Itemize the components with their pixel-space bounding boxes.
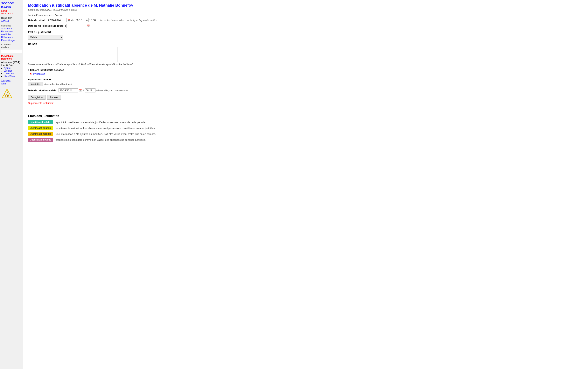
sidebar-aide-link[interactable]: Aide — [1, 82, 22, 85]
date-fin-row: Date de fin (si plusieurs jours) : 📅 — [28, 24, 583, 28]
sidebar-menu-calendrier[interactable]: Calendrier — [4, 72, 22, 75]
page-subtitle: Saisie par Boulard M. le 22/04/2024 à 08… — [28, 8, 583, 11]
sidebar-menu-justifier[interactable]: Justifier — [4, 70, 22, 72]
etat-badge-2: Justificatif modifié — [28, 132, 53, 136]
etats-section: États des justificatifs Justificatif val… — [28, 112, 583, 142]
etat-badge-1: Justificatif soumis — [28, 126, 53, 130]
sidebar-menu-listebilan[interactable]: Liste/Bilan — [4, 75, 22, 78]
sidebar-student-menu: Ajouter Justifier Calendrier Liste/Bilan — [4, 67, 22, 78]
etat-badge-0: Justificatif valide — [28, 120, 53, 124]
etat-desc-0: ayant été considéré comme valide, justif… — [56, 121, 146, 124]
form-buttons: Enregistrer Annuler — [28, 95, 583, 100]
etat-desc-1: en attente de validation. Les absences n… — [56, 127, 156, 130]
page-title: Modification justificatif absence de M. … — [28, 3, 583, 8]
raison-section-title: Raison — [28, 42, 583, 46]
ajouter-title: Ajouter des fichiers — [28, 78, 583, 81]
etat-select[interactable]: Valide Soumis Modifié Invalide — [28, 35, 63, 40]
a-label1: à — [86, 19, 88, 22]
assiduites-row: Assiduités concernées: Aucune — [28, 14, 583, 17]
date-fin-label: Date de fin (si plusieurs jours) : — [28, 24, 66, 27]
etat-desc-3: proposé mais considéré comme non valide.… — [56, 138, 146, 141]
file-upload-row: Parcourir... Aucun fichier sélectionné. — [28, 82, 583, 86]
no-file-text: Aucun fichier sélectionné. — [44, 83, 73, 86]
sidebar-logo: SCODOC 9.6.975 — [1, 1, 22, 8]
assiduites-label: Assiduités concernées: Aucune — [28, 14, 63, 17]
fichier-item: ✖ python.svg — [29, 72, 583, 75]
calendar-icon-fin[interactable]: 📅 — [87, 24, 90, 27]
sidebar: SCODOC 9.6.975 admin déconnexion Dépt. M… — [0, 0, 23, 369]
etat-section-title: État du justificatif — [28, 31, 583, 34]
date-debut-row: Date de début : 📅 de à laisser les heure… — [28, 18, 583, 22]
depot-row: Date de dépôt ou saisie : 📅 à laisser vi… — [28, 88, 583, 92]
depot-date-input[interactable] — [59, 88, 78, 92]
raison-textarea[interactable] — [28, 47, 118, 62]
raison-note: La raison sera visible aux utilisateurs … — [28, 63, 137, 66]
sidebar-admin-link[interactable]: admin — [1, 10, 22, 12]
annuler-button[interactable]: Annuler — [47, 95, 61, 100]
delete-fichier-icon[interactable]: ✖ — [29, 72, 32, 75]
date-debut-label: Date de début : — [28, 19, 46, 22]
etat-row-1: Justificatif soumis en attente de valida… — [28, 126, 583, 130]
depot-label: Date de dépôt ou saisie : — [28, 89, 58, 92]
sidebar-logo-image: V L — [1, 88, 22, 100]
main-content: Modification justificatif absence de M. … — [23, 0, 588, 369]
etat-badge-3: Justificatif invalide — [28, 138, 53, 142]
sidebar-formations-link[interactable]: Formations — [1, 30, 22, 33]
etat-desc-2: une information a été ajoutée ou modifié… — [56, 133, 156, 135]
date-fin-input[interactable] — [67, 24, 86, 28]
sidebar-chercher-label: Chercher étudiant: — [1, 43, 22, 49]
sidebar-assiduite-link[interactable]: Assiduité — [1, 33, 22, 36]
sidebar-logo-line2: 9.6.975 — [1, 5, 11, 8]
sidebar-scolarite-section: Scolarité — [1, 24, 22, 27]
calendar-icon-debut[interactable]: 📅 — [68, 19, 70, 22]
sidebar-parametrage-link[interactable]: Paramétrage — [1, 39, 22, 42]
date-debut-input[interactable] — [47, 18, 67, 22]
sidebar-menu-ajouter[interactable]: Ajouter — [4, 67, 22, 70]
sidebar-deconnexion-link[interactable]: déconnexion — [1, 12, 22, 15]
sidebar-semestres-link[interactable]: Semestres — [1, 27, 22, 30]
sidebar-search-input[interactable] — [1, 49, 22, 53]
svg-text:V: V — [4, 93, 7, 98]
time-debut-input[interactable] — [75, 18, 85, 22]
page-title-name: M. Nathalie Bonnefoy — [94, 3, 133, 7]
sidebar-logo-line1: SCODOC — [1, 1, 14, 5]
sidebar-accueil-link[interactable]: Accueil — [1, 20, 22, 22]
etat-row-0: Justificatif valide ayant été considéré … — [28, 120, 583, 124]
etats-list: Justificatif valide ayant été considéré … — [28, 120, 583, 142]
depot-hint: laisser vide pour date courante — [96, 89, 128, 92]
fichier-link[interactable]: python.svg — [33, 72, 45, 75]
depot-a-label: à — [83, 89, 84, 92]
fichiers-title: 1 fichiers justificatifs déposés — [28, 69, 583, 72]
etat-row-3: Justificatif invalide proposé mais consi… — [28, 138, 583, 142]
etat-row-2: Justificatif modifié une information a é… — [28, 132, 583, 136]
sidebar-absences-label: Absences (1/2 J.) — [1, 61, 22, 64]
etats-title: États des justificatifs — [28, 114, 583, 118]
supprimer-link[interactable]: Supprimer le justificatif — [28, 102, 583, 104]
date-hint: laisser les heures vides pour indiquer l… — [100, 19, 157, 22]
sidebar-dept: Dépt. MP — [1, 17, 22, 20]
calendar-icon-depot[interactable]: 📅 — [79, 89, 82, 92]
enregistrer-button[interactable]: Enregistrer — [28, 95, 46, 100]
sidebar-student-name: M. Nathalie Bonnefoy — [1, 55, 22, 60]
time-fin-input[interactable] — [88, 18, 99, 22]
etat-row: Valide Soumis Modifié Invalide — [28, 35, 583, 40]
depot-time-input[interactable] — [85, 88, 96, 92]
de-label: de — [71, 19, 74, 22]
sidebar-apropos-link[interactable]: À propos — [1, 80, 22, 82]
sidebar-absences-detail: 0 J., 11 N.J. — [1, 64, 22, 66]
sidebar-utilisateurs-link[interactable]: Utilisateurs — [1, 36, 22, 39]
parcourir-button[interactable]: Parcourir... — [28, 82, 43, 86]
